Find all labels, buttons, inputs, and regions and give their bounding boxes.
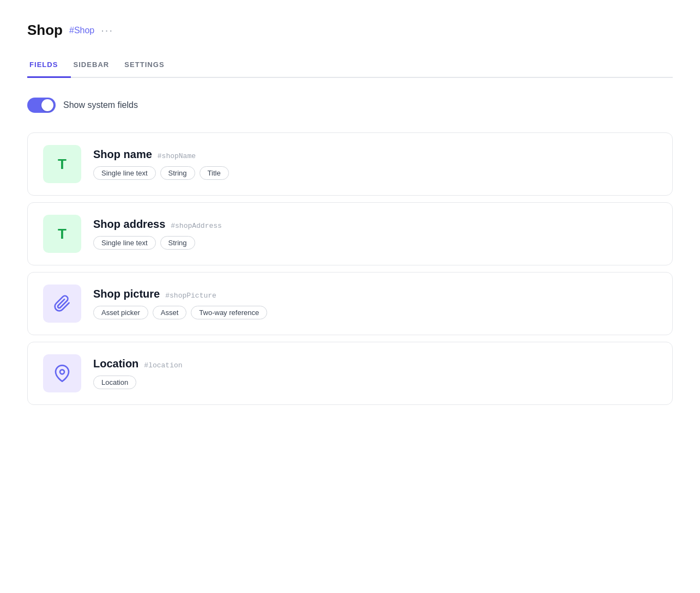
field-tags-location: Location [93,376,183,389]
system-fields-toggle[interactable] [27,98,56,113]
field-name-row-shop-name: Shop name #shopName [93,148,229,161]
tag-two-way-reference: Two-way reference [191,306,267,319]
paperclip-icon [53,295,71,312]
field-name-row-location: Location #location [93,358,183,370]
tag-single-line-text: Single line text [93,236,156,250]
fields-list: T Shop name #shopName Single line text S… [27,132,673,405]
field-icon-location [43,354,81,392]
system-fields-toggle-row: Show system fields [27,98,673,113]
tag-string: String [160,236,195,250]
field-card-shop-name[interactable]: T Shop name #shopName Single line text S… [27,132,673,196]
field-info-shop-name: Shop name #shopName Single line text Str… [93,148,229,180]
field-name-row-shop-address: Shop address #shopAddress [93,218,222,231]
tag-single-line-text: Single line text [93,166,156,180]
tag-string: String [160,166,195,180]
field-name-label: Shop picture [93,288,160,300]
field-name-label: Shop address [93,218,165,231]
field-name-label: Shop name [93,148,152,161]
field-hash-label: #shopName [158,152,196,160]
more-options-button[interactable]: ··· [101,24,113,37]
field-icon-shop-address: T [43,215,81,253]
field-info-shop-address: Shop address #shopAddress Single line te… [93,218,222,250]
tag-asset: Asset [153,306,187,319]
field-icon-shop-picture [43,285,81,323]
field-hash-label: #shopAddress [171,222,222,230]
field-hash-label: #location [144,361,182,370]
field-card-shop-picture[interactable]: Shop picture #shopPicture Asset picker A… [27,272,673,335]
tab-settings[interactable]: SETTINGS [122,54,177,78]
toggle-label: Show system fields [63,100,138,110]
page-title: Shop [27,22,63,39]
field-card-shop-address[interactable]: T Shop address #shopAddress Single line … [27,202,673,265]
svg-point-0 [60,370,64,374]
page-header: Shop #Shop ··· [27,22,673,39]
field-info-location: Location #location Location [93,358,183,389]
field-name-row-shop-picture: Shop picture #shopPicture [93,288,267,300]
location-pin-icon [53,365,71,382]
field-tags-shop-name: Single line text String Title [93,166,229,180]
field-tags-shop-address: Single line text String [93,236,222,250]
tab-fields[interactable]: FIELDS [27,54,71,78]
tag-title: Title [200,166,229,180]
toggle-thumb [41,99,53,111]
field-icon-shop-name: T [43,145,81,183]
field-name-label: Location [93,358,138,370]
tab-sidebar[interactable]: SIDEBAR [71,54,122,78]
field-info-shop-picture: Shop picture #shopPicture Asset picker A… [93,288,267,319]
tag-asset-picker: Asset picker [93,306,148,319]
page-hash: #Shop [69,26,94,35]
tag-location: Location [93,376,136,389]
field-card-location[interactable]: Location #location Location [27,342,673,405]
tabs-bar: FIELDS SIDEBAR SETTINGS [27,54,673,78]
field-hash-label: #shopPicture [165,292,216,300]
field-tags-shop-picture: Asset picker Asset Two-way reference [93,306,267,319]
